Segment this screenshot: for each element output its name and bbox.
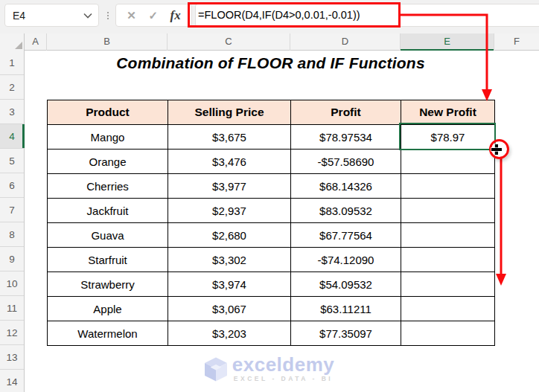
- name-box-value: E4: [13, 10, 83, 22]
- row-header-4-selected[interactable]: 4: [0, 124, 24, 149]
- cell-new-profit[interactable]: [401, 223, 495, 248]
- cell-selling-price[interactable]: $3,302: [168, 248, 291, 272]
- column-header-e-label: E: [444, 36, 450, 47]
- cell-product[interactable]: Guava: [48, 223, 168, 248]
- cell-selling-price[interactable]: $2,937: [168, 199, 291, 223]
- cell-profit[interactable]: $68.14326: [291, 174, 401, 199]
- cell-product[interactable]: Cherries: [48, 174, 168, 199]
- cell-profit[interactable]: $77.35097: [291, 321, 401, 346]
- table-header-row: Product Selling Price Profit New Profit: [48, 100, 495, 125]
- cell-selling-price[interactable]: $3,476: [168, 150, 291, 174]
- exceldemy-cube-logo-icon: [205, 357, 227, 382]
- cell-new-profit[interactable]: [401, 297, 495, 321]
- cell-product[interactable]: Mango: [48, 125, 168, 150]
- chevron-down-icon[interactable]: [83, 13, 92, 19]
- table-row: Orange $3,476 -$57.58690: [48, 150, 495, 174]
- cell-profit[interactable]: $78.97534: [291, 125, 401, 150]
- row-header-6[interactable]: 6: [0, 173, 24, 198]
- row-header-7[interactable]: 7: [0, 198, 24, 222]
- table-row: Cherries $3,977 $68.14326: [48, 174, 495, 199]
- row-header-4-label: 4: [9, 131, 15, 142]
- cell-product[interactable]: Jackfruit: [48, 199, 168, 223]
- row-header-11[interactable]: 11: [0, 296, 24, 321]
- watermark-tagline: EXCEL - DATA - BI: [234, 375, 333, 382]
- formula-text[interactable]: =FLOOR(D4,IF(D4>0,0.01,-0.01)): [198, 4, 360, 27]
- row-header-8[interactable]: 8: [0, 222, 24, 247]
- excel-window: E4 ✕ ✓ fx =FLOOR(D4,IF(D4>0,0.01,-0.01))…: [0, 0, 539, 392]
- column-header-f[interactable]: F: [494, 33, 539, 51]
- column-header-c[interactable]: C: [168, 33, 290, 51]
- cell-selling-price[interactable]: $3,203: [168, 321, 291, 346]
- table-row: Mango $3,675 $78.97534 $78.97: [48, 125, 495, 150]
- row-header-9[interactable]: 9: [0, 247, 24, 271]
- table-row: Jackfruit $2,937 $83.09532: [48, 199, 495, 223]
- cell-profit[interactable]: $67.77564: [291, 223, 401, 248]
- row-header-1[interactable]: 1: [0, 51, 24, 75]
- toolbar-resize-handle-icon[interactable]: [103, 4, 112, 27]
- insert-function-fx-icon[interactable]: fx: [170, 8, 181, 23]
- cell-selling-price[interactable]: $3,974: [168, 272, 291, 297]
- cell-profit[interactable]: $83.09532: [291, 199, 401, 223]
- header-new-profit[interactable]: New Profit: [401, 100, 495, 125]
- fill-handle-cursor-icon: [491, 148, 502, 151]
- selected-row-bar: [22, 124, 25, 148]
- data-table: Product Selling Price Profit New Profit …: [47, 100, 495, 346]
- column-headers: A B C D E F: [0, 33, 539, 51]
- cell-profit[interactable]: $63.11211: [291, 297, 401, 321]
- cell-new-profit-selected[interactable]: $78.97: [401, 125, 495, 150]
- cell-product[interactable]: Apple: [48, 297, 168, 321]
- row-header-10[interactable]: 10: [0, 271, 24, 296]
- formula-toolbar: E4 ✕ ✓ fx =FLOOR(D4,IF(D4>0,0.01,-0.01)): [0, 0, 539, 33]
- watermark-brand: exceldemy: [232, 356, 334, 373]
- cell-product[interactable]: Strawberry: [48, 272, 168, 297]
- formula-button-group: ✕ ✓ fx: [115, 4, 192, 27]
- cell-new-profit[interactable]: [401, 272, 495, 297]
- table-row: Apple $3,067 $63.11211: [48, 297, 495, 321]
- cell-selling-price[interactable]: $3,977: [168, 174, 291, 199]
- cell-new-profit[interactable]: [401, 321, 495, 346]
- column-header-e-selected[interactable]: E: [401, 33, 494, 51]
- cell-selling-price[interactable]: $3,067: [168, 297, 291, 321]
- name-box[interactable]: E4: [4, 4, 99, 27]
- cell-new-profit[interactable]: [401, 174, 495, 199]
- cell-new-profit[interactable]: [401, 248, 495, 272]
- cell-profit[interactable]: $54.09532: [291, 272, 401, 297]
- watermark: exceldemy EXCEL - DATA - BI: [0, 356, 539, 382]
- table-row: Guava $2,680 $67.77564: [48, 223, 495, 248]
- cell-selling-price[interactable]: $2,680: [168, 223, 291, 248]
- select-all-corner[interactable]: [0, 33, 25, 51]
- table-row: Starfruit $3,302 -$74.12090: [48, 248, 495, 272]
- cell-selling-price[interactable]: $3,675: [168, 125, 291, 150]
- header-selling-price[interactable]: Selling Price: [168, 100, 291, 125]
- table-row: Watermelon $3,203 $77.35097: [48, 321, 495, 346]
- header-product[interactable]: Product: [48, 100, 168, 125]
- row-header-5[interactable]: 5: [0, 149, 24, 173]
- column-header-a[interactable]: A: [25, 33, 47, 51]
- cell-new-profit[interactable]: [401, 150, 495, 174]
- cancel-icon[interactable]: ✕: [127, 9, 136, 22]
- cell-product[interactable]: Watermelon: [48, 321, 168, 346]
- column-header-d[interactable]: D: [290, 33, 401, 51]
- column-header-b[interactable]: B: [47, 33, 168, 51]
- header-profit[interactable]: Profit: [291, 100, 401, 125]
- select-all-triangle-icon: [15, 42, 22, 49]
- cell-product[interactable]: Orange: [48, 150, 168, 174]
- enter-icon[interactable]: ✓: [148, 9, 158, 22]
- cell-new-profit[interactable]: [401, 199, 495, 223]
- cell-profit[interactable]: -$57.58690: [291, 150, 401, 174]
- sheet-title: Combination of FLOOR and IF Functions: [47, 53, 494, 75]
- row-header-3[interactable]: 3: [0, 100, 24, 124]
- table-row: Strawberry $3,974 $54.09532: [48, 272, 495, 297]
- row-header-12[interactable]: 12: [0, 321, 24, 345]
- cell-profit[interactable]: -$74.12090: [291, 248, 401, 272]
- row-headers: 1 2 3 4 5 6 7 8 9 10 11 12 13 14: [0, 51, 25, 392]
- cell-product[interactable]: Starfruit: [48, 248, 168, 272]
- row-header-2[interactable]: 2: [0, 75, 24, 100]
